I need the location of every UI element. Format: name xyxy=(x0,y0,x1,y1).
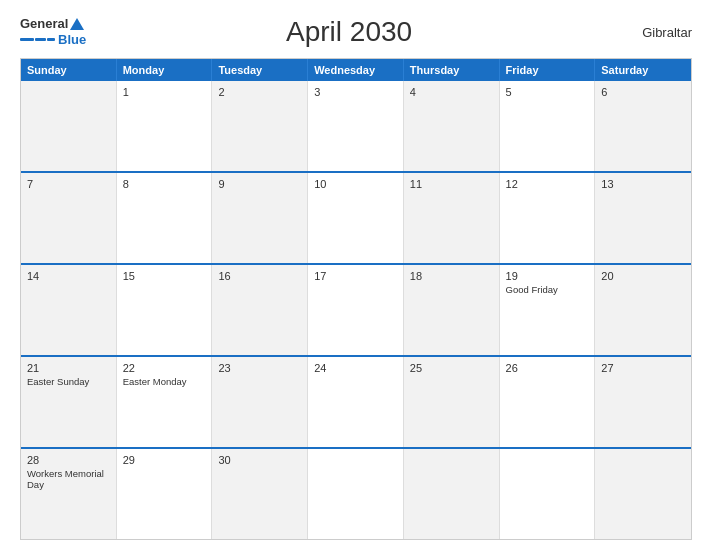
day-number: 18 xyxy=(410,270,493,282)
cal-cell: 11 xyxy=(404,173,500,263)
day-number: 1 xyxy=(123,86,206,98)
calendar-row-1: 78910111213 xyxy=(21,173,691,265)
calendar-row-0: 123456 xyxy=(21,81,691,173)
cal-cell: 2 xyxy=(212,81,308,171)
cal-cell xyxy=(500,449,596,539)
cal-cell: 9 xyxy=(212,173,308,263)
day-number: 6 xyxy=(601,86,685,98)
region-label: Gibraltar xyxy=(612,25,692,40)
cal-cell: 30 xyxy=(212,449,308,539)
cal-cell: 14 xyxy=(21,265,117,355)
cal-cell: 23 xyxy=(212,357,308,447)
logo: General Blue xyxy=(20,17,86,47)
day-number: 28 xyxy=(27,454,110,466)
logo-bar-1 xyxy=(20,38,34,41)
cal-cell: 20 xyxy=(595,265,691,355)
day-number: 16 xyxy=(218,270,301,282)
cal-cell xyxy=(308,449,404,539)
holiday-label: Workers Memorial Day xyxy=(27,468,110,491)
cal-cell: 10 xyxy=(308,173,404,263)
day-number: 27 xyxy=(601,362,685,374)
cal-cell: 16 xyxy=(212,265,308,355)
day-number: 10 xyxy=(314,178,397,190)
day-number: 26 xyxy=(506,362,589,374)
day-number: 5 xyxy=(506,86,589,98)
day-number: 19 xyxy=(506,270,589,282)
col-header-tuesday: Tuesday xyxy=(212,59,308,81)
holiday-label: Easter Monday xyxy=(123,376,206,387)
calendar-body: 12345678910111213141516171819Good Friday… xyxy=(21,81,691,539)
day-number: 20 xyxy=(601,270,685,282)
day-number: 4 xyxy=(410,86,493,98)
cal-cell: 1 xyxy=(117,81,213,171)
cal-cell xyxy=(404,449,500,539)
cal-cell xyxy=(595,449,691,539)
col-header-wednesday: Wednesday xyxy=(308,59,404,81)
day-number: 15 xyxy=(123,270,206,282)
cal-cell: 13 xyxy=(595,173,691,263)
day-number: 12 xyxy=(506,178,589,190)
logo-bar-3 xyxy=(47,38,55,41)
calendar-header-row: SundayMondayTuesdayWednesdayThursdayFrid… xyxy=(21,59,691,81)
header: General Blue April 2030 Gibraltar xyxy=(20,16,692,48)
day-number: 7 xyxy=(27,178,110,190)
cal-cell: 21Easter Sunday xyxy=(21,357,117,447)
holiday-label: Easter Sunday xyxy=(27,376,110,387)
cal-cell: 26 xyxy=(500,357,596,447)
col-header-thursday: Thursday xyxy=(404,59,500,81)
cal-cell: 4 xyxy=(404,81,500,171)
cal-cell: 17 xyxy=(308,265,404,355)
calendar-row-2: 141516171819Good Friday20 xyxy=(21,265,691,357)
cal-cell: 24 xyxy=(308,357,404,447)
cal-cell: 12 xyxy=(500,173,596,263)
day-number: 24 xyxy=(314,362,397,374)
cal-cell: 3 xyxy=(308,81,404,171)
logo-blue-text: Blue xyxy=(58,33,86,47)
cal-cell: 19Good Friday xyxy=(500,265,596,355)
day-number: 30 xyxy=(218,454,301,466)
cal-cell: 18 xyxy=(404,265,500,355)
day-number: 2 xyxy=(218,86,301,98)
cal-cell: 29 xyxy=(117,449,213,539)
col-header-saturday: Saturday xyxy=(595,59,691,81)
logo-triangle-icon xyxy=(70,18,84,30)
cal-cell: 6 xyxy=(595,81,691,171)
cal-cell: 25 xyxy=(404,357,500,447)
day-number: 11 xyxy=(410,178,493,190)
day-number: 23 xyxy=(218,362,301,374)
calendar: SundayMondayTuesdayWednesdayThursdayFrid… xyxy=(20,58,692,540)
cal-cell: 28Workers Memorial Day xyxy=(21,449,117,539)
col-header-sunday: Sunday xyxy=(21,59,117,81)
col-header-friday: Friday xyxy=(500,59,596,81)
cal-cell xyxy=(21,81,117,171)
holiday-label: Good Friday xyxy=(506,284,589,295)
day-number: 9 xyxy=(218,178,301,190)
day-number: 25 xyxy=(410,362,493,374)
col-header-monday: Monday xyxy=(117,59,213,81)
logo-bar-2 xyxy=(35,38,46,41)
day-number: 13 xyxy=(601,178,685,190)
logo-general-text: General xyxy=(20,17,68,31)
cal-cell: 27 xyxy=(595,357,691,447)
day-number: 8 xyxy=(123,178,206,190)
calendar-title: April 2030 xyxy=(86,16,612,48)
cal-cell: 5 xyxy=(500,81,596,171)
calendar-row-3: 21Easter Sunday22Easter Monday2324252627 xyxy=(21,357,691,449)
cal-cell: 15 xyxy=(117,265,213,355)
calendar-row-4: 28Workers Memorial Day2930 xyxy=(21,449,691,539)
day-number: 22 xyxy=(123,362,206,374)
day-number: 29 xyxy=(123,454,206,466)
cal-cell: 8 xyxy=(117,173,213,263)
day-number: 14 xyxy=(27,270,110,282)
cal-cell: 22Easter Monday xyxy=(117,357,213,447)
cal-cell: 7 xyxy=(21,173,117,263)
day-number: 17 xyxy=(314,270,397,282)
day-number: 3 xyxy=(314,86,397,98)
day-number: 21 xyxy=(27,362,110,374)
page: General Blue April 2030 Gibraltar Sunday… xyxy=(0,0,712,550)
